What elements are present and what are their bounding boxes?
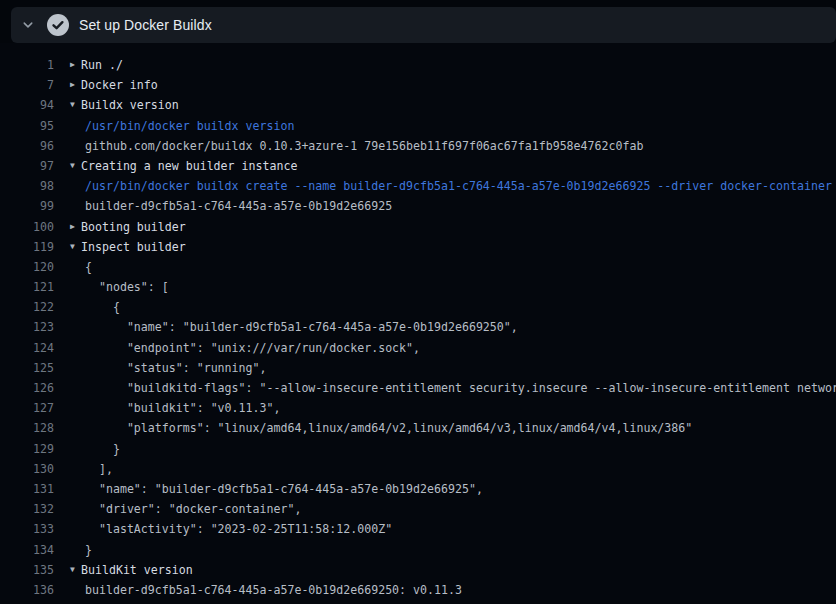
log-line: 125 "status": "running", <box>0 358 836 378</box>
line-number[interactable]: 131 <box>0 479 54 499</box>
line-number[interactable]: 134 <box>0 540 54 560</box>
log-text: "driver": "docker-container", <box>85 499 301 519</box>
line-number[interactable]: 7 <box>0 75 54 95</box>
log-text: { <box>85 297 120 317</box>
log-line: 124 "endpoint": "unix:///var/run/docker.… <box>0 338 836 358</box>
log-container: 1 ▶ Run ./ 7 ▶ Docker info 94 ▼ Buildx v… <box>0 43 836 604</box>
log-text: Booting builder <box>81 217 186 237</box>
log-group-row[interactable]: 135 ▼ BuildKit version <box>0 560 836 580</box>
line-number[interactable]: 129 <box>0 439 54 459</box>
line-number[interactable]: 136 <box>0 580 54 600</box>
log-line: 127 "buildkit": "v0.11.3", <box>0 398 836 418</box>
line-number[interactable]: 98 <box>0 176 54 196</box>
log-text: builder-d9cfb5a1-c764-445a-a57e-0b19d2e6… <box>85 580 462 600</box>
log-text: "lastActivity": "2023-02-25T11:58:12.000… <box>85 519 392 539</box>
group-toggle-icon[interactable]: ▶ <box>70 75 81 95</box>
log-text: BuildKit version <box>81 560 193 580</box>
line-number[interactable]: 133 <box>0 519 54 539</box>
log-text: ], <box>85 459 113 479</box>
line-number[interactable]: 124 <box>0 338 54 358</box>
log-text: builder-d9cfb5a1-c764-445a-a57e-0b19d2e6… <box>85 196 392 216</box>
log-line: 120 { <box>0 257 836 277</box>
line-number[interactable]: 127 <box>0 398 54 418</box>
line-number[interactable]: 135 <box>0 560 54 580</box>
group-toggle-icon[interactable]: ▼ <box>70 156 81 176</box>
log-text: "buildkit": "v0.11.3", <box>85 398 280 418</box>
line-number[interactable]: 126 <box>0 378 54 398</box>
line-number[interactable]: 1 <box>0 55 54 75</box>
line-number[interactable]: 125 <box>0 358 54 378</box>
line-number[interactable]: 100 <box>0 217 54 237</box>
log-text: "platforms": "linux/amd64,linux/amd64/v2… <box>85 418 692 438</box>
log-line: 129 } <box>0 439 836 459</box>
log-group-row[interactable]: 7 ▶ Docker info <box>0 75 836 95</box>
line-number[interactable]: 96 <box>0 136 54 156</box>
log-text: "nodes": [ <box>85 277 169 297</box>
log-line: 136 builder-d9cfb5a1-c764-445a-a57e-0b19… <box>0 580 836 600</box>
log-line: 133 "lastActivity": "2023-02-25T11:58:12… <box>0 519 836 539</box>
log-group-row[interactable]: 119 ▼ Inspect builder <box>0 237 836 257</box>
line-number[interactable]: 95 <box>0 116 54 136</box>
log-line: 132 "driver": "docker-container", <box>0 499 836 519</box>
log-text: github.com/docker/buildx 0.10.3+azure-1 … <box>85 136 643 156</box>
group-toggle-icon[interactable]: ▼ <box>70 560 81 580</box>
line-number[interactable]: 97 <box>0 156 54 176</box>
log-line: 95 /usr/bin/docker buildx version <box>0 116 836 136</box>
log-text: Docker info <box>81 75 158 95</box>
log-line: 128 "platforms": "linux/amd64,linux/amd6… <box>0 418 836 438</box>
line-number[interactable]: 94 <box>0 95 54 115</box>
log-text: "name": "builder-d9cfb5a1-c764-445a-a57e… <box>85 317 518 337</box>
log-group-row[interactable]: 1 ▶ Run ./ <box>0 55 836 75</box>
line-number[interactable]: 132 <box>0 499 54 519</box>
log-text: "name": "builder-d9cfb5a1-c764-445a-a57e… <box>85 479 483 499</box>
log-line: 122 { <box>0 297 836 317</box>
log-text: Run ./ <box>81 55 123 75</box>
log-group-row[interactable]: 100 ▶ Booting builder <box>0 217 836 237</box>
line-number[interactable]: 99 <box>0 196 54 216</box>
log-line: 134 } <box>0 540 836 560</box>
log-text: /usr/bin/docker buildx create --name bui… <box>85 176 832 196</box>
log-text: "endpoint": "unix:///var/run/docker.sock… <box>85 338 420 358</box>
group-toggle-icon[interactable]: ▼ <box>70 237 81 257</box>
log-line: 123 "name": "builder-d9cfb5a1-c764-445a-… <box>0 317 836 337</box>
log-text: Inspect builder <box>81 237 186 257</box>
log-line: 130 ], <box>0 459 836 479</box>
line-number[interactable]: 119 <box>0 237 54 257</box>
line-number[interactable]: 123 <box>0 317 54 337</box>
log-line: 126 "buildkitd-flags": "--allow-insecure… <box>0 378 836 398</box>
log-group-row[interactable]: 97 ▼ Creating a new builder instance <box>0 156 836 176</box>
log-text: /usr/bin/docker buildx version <box>85 116 294 136</box>
log-line: 131 "name": "builder-d9cfb5a1-c764-445a-… <box>0 479 836 499</box>
step-title: Set up Docker Buildx <box>79 17 212 33</box>
log-line: 121 "nodes": [ <box>0 277 836 297</box>
log-text: Creating a new builder instance <box>81 156 297 176</box>
group-toggle-icon[interactable]: ▼ <box>70 95 81 115</box>
line-number[interactable]: 122 <box>0 297 54 317</box>
line-number[interactable]: 121 <box>0 277 54 297</box>
log-text: { <box>85 257 92 277</box>
check-circle-icon <box>47 14 69 36</box>
log-group-row[interactable]: 94 ▼ Buildx version <box>0 95 836 115</box>
log-text: } <box>85 540 92 560</box>
chevron-down-icon[interactable] <box>21 18 35 32</box>
step-header[interactable]: Set up Docker Buildx <box>11 7 836 43</box>
line-number[interactable]: 120 <box>0 257 54 277</box>
group-toggle-icon[interactable]: ▶ <box>70 217 81 237</box>
log-text: } <box>85 439 120 459</box>
group-toggle-icon[interactable]: ▶ <box>70 55 81 75</box>
log-line: 98 /usr/bin/docker buildx create --name … <box>0 176 836 196</box>
log-text: "buildkitd-flags": "--allow-insecure-ent… <box>85 378 836 398</box>
log-line: 96 github.com/docker/buildx 0.10.3+azure… <box>0 136 836 156</box>
line-number[interactable]: 130 <box>0 459 54 479</box>
log-line: 99 builder-d9cfb5a1-c764-445a-a57e-0b19d… <box>0 196 836 216</box>
line-number[interactable]: 128 <box>0 418 54 438</box>
log-text: "status": "running", <box>85 358 266 378</box>
log-text: Buildx version <box>81 95 179 115</box>
